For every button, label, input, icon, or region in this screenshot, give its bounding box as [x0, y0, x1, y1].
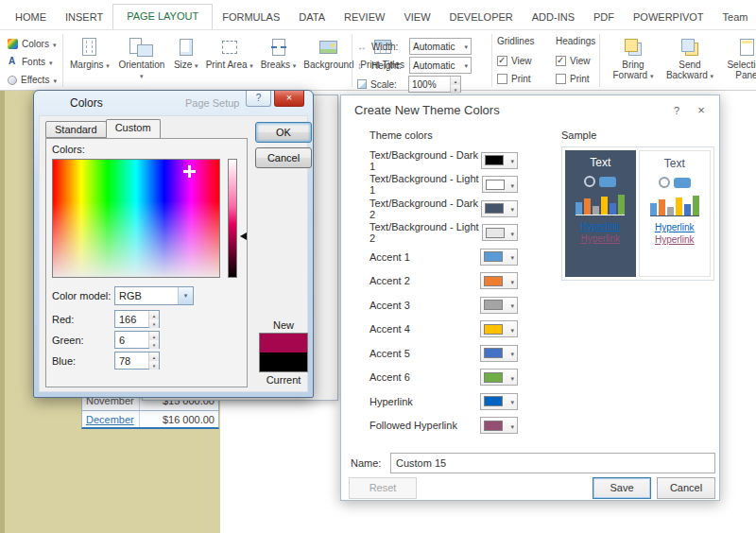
- blue-spinner[interactable]: 78: [114, 352, 160, 370]
- gridlines-print-checkbox[interactable]: Print: [497, 70, 544, 88]
- ribbon-tab-data[interactable]: DATA: [289, 6, 335, 29]
- headings-print-checkbox[interactable]: Print: [556, 70, 603, 88]
- theme-color-dropdown[interactable]: [481, 152, 518, 169]
- cancel-button[interactable]: Cancel: [255, 147, 312, 168]
- theme-color-dropdown[interactable]: [482, 224, 518, 241]
- ribbon-tab-view[interactable]: VIEW: [394, 6, 439, 29]
- help-button[interactable]: [668, 103, 685, 118]
- close-button[interactable]: [693, 103, 710, 118]
- theme-color-dropdown[interactable]: [480, 297, 518, 314]
- close-button[interactable]: [274, 91, 304, 107]
- ribbon-tab-developer[interactable]: DEVELOPER: [440, 6, 523, 29]
- luminance-slider[interactable]: [228, 159, 237, 278]
- theme-color-dropdown[interactable]: [482, 176, 518, 193]
- send-backward-button[interactable]: Send Backward: [662, 32, 718, 80]
- background-button[interactable]: Background: [300, 32, 356, 70]
- color-crosshair-marker[interactable]: [183, 165, 196, 178]
- ribbon-tab-insert[interactable]: INSERT: [56, 6, 112, 29]
- height-combo[interactable]: Automatic: [409, 57, 472, 74]
- scale-spinner[interactable]: 100%: [408, 76, 461, 93]
- spinner-arrows[interactable]: [450, 77, 460, 92]
- spinner-arrows[interactable]: [148, 311, 159, 327]
- cancel-button[interactable]: Cancel: [657, 477, 715, 499]
- ok-button[interactable]: OK: [255, 122, 312, 143]
- month-cell[interactable]: December: [82, 411, 139, 427]
- theme-name-input[interactable]: [390, 453, 715, 473]
- tab-standard[interactable]: Standard: [45, 121, 107, 138]
- spin-down-icon[interactable]: [451, 85, 460, 94]
- width-combo[interactable]: Automatic: [409, 38, 472, 55]
- send-backward-icon: [680, 38, 699, 57]
- ribbon-tab-powerpivot[interactable]: POWERPIVOT: [624, 6, 713, 29]
- theme-color-dropdown[interactable]: [480, 417, 518, 434]
- chevron-down-icon: [106, 60, 110, 70]
- ribbon-tab-add-ins[interactable]: ADD-INS: [523, 6, 584, 29]
- help-button[interactable]: [246, 91, 271, 107]
- breaks-button[interactable]: Breaks: [257, 32, 300, 70]
- theme-color-dropdown[interactable]: [480, 272, 518, 289]
- theme-color-dropdown[interactable]: [481, 200, 518, 217]
- spin-up-icon[interactable]: [451, 77, 460, 85]
- ribbon-tab-pdf[interactable]: PDF: [584, 6, 624, 29]
- ribbon-tab-home[interactable]: HOME: [6, 6, 56, 29]
- ribbon-tab-page-layout[interactable]: PAGE LAYOUT: [112, 4, 213, 29]
- theme-color-dropdown[interactable]: [480, 345, 518, 362]
- view-label: View: [570, 56, 591, 66]
- spin-down-icon[interactable]: [149, 361, 159, 370]
- chevron-down-icon: [53, 76, 57, 85]
- sample-chart-bar: [601, 197, 608, 215]
- theme-color-dropdown[interactable]: [480, 249, 518, 266]
- color-gradient-picker[interactable]: [52, 159, 220, 278]
- spin-up-icon[interactable]: [149, 332, 159, 340]
- selection-pane-button[interactable]: Selection Pane: [718, 32, 756, 80]
- theme-effects-button[interactable]: Effects: [8, 72, 62, 88]
- ribbon-tab-review[interactable]: REVIEW: [335, 6, 394, 29]
- height-row: Height: Automatic: [357, 57, 472, 74]
- color-model-combo[interactable]: RGB: [114, 286, 194, 305]
- theme-colors-button[interactable]: Colors: [8, 36, 62, 52]
- ribbon-tab-formulas[interactable]: FORMULAS: [213, 6, 289, 29]
- sample-links: Hyperlink Hyperlink: [655, 221, 695, 246]
- theme-color-dropdown[interactable]: [480, 369, 518, 386]
- theme-color-label: Accent 2: [369, 275, 410, 286]
- chevron-down-icon[interactable]: [178, 287, 193, 304]
- scale-icon: [357, 79, 367, 89]
- bring-forward-button[interactable]: Bring Forward: [605, 32, 662, 80]
- spinner-arrows[interactable]: [148, 332, 159, 348]
- size-button[interactable]: Size: [170, 32, 202, 70]
- spinner-arrows[interactable]: [148, 352, 159, 369]
- spin-down-icon[interactable]: [149, 319, 159, 328]
- chevron-down-icon: [49, 58, 53, 67]
- view-label: View: [511, 56, 532, 66]
- value-cell[interactable]: $16 000.00: [139, 411, 218, 427]
- green-spinner[interactable]: 6: [114, 331, 160, 349]
- chevron-down-icon: [53, 40, 57, 49]
- theme-color-row: Text/Background - Dark 1: [369, 148, 518, 173]
- color-swatch: [484, 251, 503, 262]
- dialog-title-bar[interactable]: Colors Page Setup: [34, 91, 313, 115]
- sheet-options-group: Gridlines View Print Headings View Print: [497, 36, 603, 88]
- theme-color-dropdown[interactable]: [480, 393, 518, 410]
- dialog-system-buttons: [668, 103, 710, 118]
- theme-color-dropdown[interactable]: [480, 320, 518, 337]
- custom-tab-page: Colors: Color model: RGB Red: 166 Green:…: [45, 138, 248, 387]
- print-area-button[interactable]: Print Area: [202, 32, 257, 70]
- luminance-slider-arrow-icon[interactable]: [240, 232, 247, 240]
- gridlines-view-checkbox[interactable]: View: [497, 52, 544, 70]
- ribbon-tab-team[interactable]: Team: [713, 6, 756, 29]
- spin-up-icon[interactable]: [149, 352, 159, 361]
- margins-button[interactable]: Margins: [66, 32, 113, 70]
- table-row[interactable]: December $16 000.00: [81, 410, 219, 429]
- spin-up-icon[interactable]: [149, 311, 159, 319]
- sample-shapes: [659, 175, 691, 190]
- chevron-down-icon: [464, 60, 468, 70]
- tab-custom[interactable]: Custom: [106, 119, 161, 138]
- spin-down-icon[interactable]: [149, 340, 159, 349]
- orientation-button[interactable]: Orientation: [113, 32, 170, 80]
- circle-shape-icon: [584, 176, 595, 187]
- theme-fonts-button[interactable]: Fonts: [8, 54, 62, 70]
- red-spinner[interactable]: 166: [114, 310, 160, 328]
- headings-view-checkbox[interactable]: View: [556, 52, 603, 70]
- theme-color-row: Accent 6: [369, 366, 518, 390]
- save-button[interactable]: Save: [593, 477, 651, 499]
